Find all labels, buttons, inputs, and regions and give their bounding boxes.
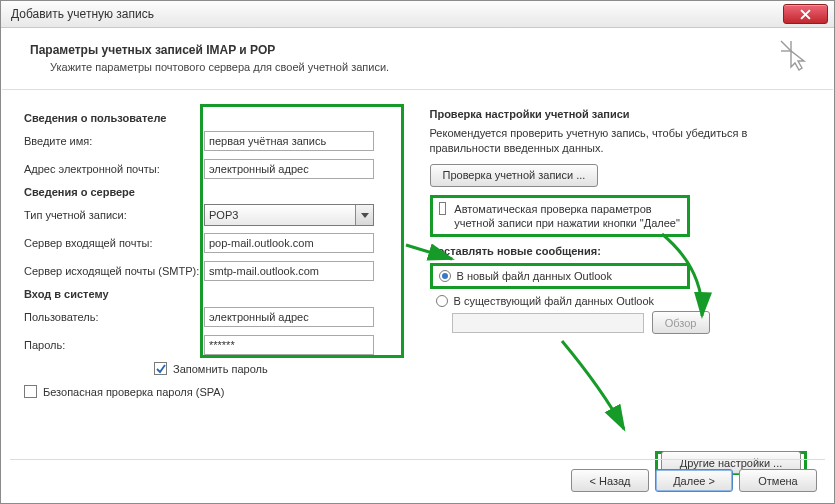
dialog-window: Добавить учетную запись Параметры учетны… [0,0,835,504]
deliver-section-heading: Доставлять новые сообщения: [430,245,812,257]
outgoing-input[interactable] [204,261,374,281]
remember-label: Запомнить пароль [173,363,268,375]
email-input[interactable] [204,159,374,179]
pass-input[interactable] [204,335,374,355]
dialog-footer: < Назад Далее > Отмена [571,469,817,492]
left-column: Сведения о пользователе Введите имя: Адр… [24,108,406,402]
test-account-button[interactable]: Проверка учетной записи ... [430,164,599,187]
pass-label: Пароль: [24,339,204,351]
spa-label: Безопасная проверка пароля (SPA) [43,386,224,398]
name-label: Введите имя: [24,135,204,147]
deliver-existing-block[interactable]: В существующий файл данных Outlook [436,295,812,307]
auto-test-label: Автоматическая проверка параметров учетн… [454,202,680,231]
dialog-body: Сведения о пользователе Введите имя: Адр… [2,90,833,410]
existing-path-input [452,313,644,333]
acct-type-select[interactable]: POP3 [204,204,374,226]
dialog-content: Параметры учетных записей IMAP и POP Ука… [2,29,833,502]
cancel-button[interactable]: Отмена [739,469,817,492]
user-section-heading: Сведения о пользователе [24,112,406,124]
chevron-down-icon [355,205,373,225]
outgoing-label: Сервер исходящей почты (SMTP): [24,265,204,277]
footer-separator [10,459,825,460]
remember-password-checkbox[interactable]: Запомнить пароль [154,362,406,375]
email-label: Адрес электронной почты: [24,163,204,175]
user-input[interactable] [204,307,374,327]
test-section-heading: Проверка настройки учетной записи [430,108,812,120]
deliver-new-label: В новый файл данных Outlook [457,270,612,282]
server-section-heading: Сведения о сервере [24,186,406,198]
header-subtitle: Укажите параметры почтового сервера для … [50,61,805,73]
close-button[interactable] [783,4,828,24]
svg-line-0 [781,41,791,51]
deliver-existing-label: В существующий файл данных Outlook [454,295,655,307]
titlebar: Добавить учетную запись [1,1,834,28]
dialog-header: Параметры учетных записей IMAP и POP Ука… [2,29,833,90]
right-column: Проверка настройки учетной записи Рекоме… [430,108,812,402]
incoming-input[interactable] [204,233,374,253]
deliver-new-radio[interactable] [439,270,451,282]
checkbox-icon [24,385,37,398]
incoming-label: Сервер входящей почты: [24,237,204,249]
auto-test-checkbox[interactable] [439,202,447,215]
acct-type-value: POP3 [209,209,238,221]
next-button[interactable]: Далее > [655,469,733,492]
back-button[interactable]: < Назад [571,469,649,492]
window-title: Добавить учетную запись [7,7,783,21]
close-icon [800,9,811,20]
browse-button: Обзор [652,311,710,334]
cursor-icon [777,37,807,71]
deliver-new-block: В новый файл данных Outlook [430,263,690,289]
header-title: Параметры учетных записей IMAP и POP [30,43,805,57]
auto-test-block: Автоматическая проверка параметров учетн… [430,195,690,238]
checkbox-icon [154,362,167,375]
acct-type-label: Тип учетной записи: [24,209,204,221]
deliver-existing-radio[interactable] [436,295,448,307]
name-input[interactable] [204,131,374,151]
spa-checkbox[interactable]: Безопасная проверка пароля (SPA) [24,385,406,398]
login-section-heading: Вход в систему [24,288,406,300]
test-description: Рекомендуется проверить учетную запись, … [430,126,812,156]
user-label: Пользователь: [24,311,204,323]
